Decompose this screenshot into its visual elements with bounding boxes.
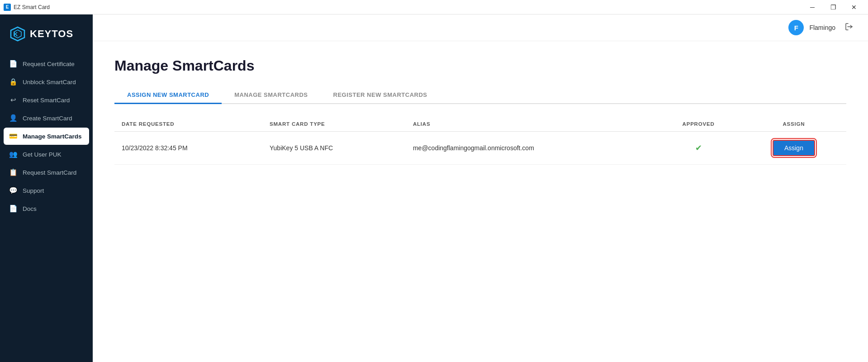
logout-button[interactable]: [841, 20, 857, 35]
minimize-button[interactable]: ─: [802, 0, 823, 14]
docs-icon: 📄: [9, 205, 17, 213]
tab-register-new[interactable]: REGISTER NEW SMARTCARDS: [321, 87, 440, 104]
tab-assign-new[interactable]: ASSIGN NEW SMARTCARD: [114, 87, 222, 104]
topbar: F Flamingo: [93, 14, 868, 41]
page-title: Manage SmartCards: [114, 57, 846, 74]
sidebar-item-label: Request SmartCard: [23, 169, 76, 176]
sidebar-item-label: Unblock SmartCard: [23, 79, 76, 86]
page-content: Manage SmartCards ASSIGN NEW SMARTCARD M…: [93, 41, 868, 362]
request-certificate-icon: 📄: [9, 60, 17, 68]
user-area: F Flamingo: [788, 20, 857, 35]
smartcards-table-container: DATE REQUESTED SMART CARD TYPE ALIAS APP…: [114, 117, 846, 165]
sidebar-item-label: Reset SmartCard: [23, 97, 70, 104]
sidebar-item-get-user-puk[interactable]: 👥 Get User PUK: [4, 146, 89, 163]
sidebar-item-label: Get User PUK: [23, 151, 62, 158]
unblock-smartcard-icon: 🔒: [9, 78, 17, 86]
keytos-logo-icon: K: [9, 25, 26, 43]
create-smartcard-icon: 👤: [9, 114, 17, 122]
sidebar-item-unblock-smartcard[interactable]: 🔒 Unblock SmartCard: [4, 73, 89, 90]
col-header-approved: APPROVED: [655, 117, 741, 132]
sidebar-item-request-certificate[interactable]: 📄 Request Certificate: [4, 55, 89, 72]
smartcards-table: DATE REQUESTED SMART CARD TYPE ALIAS APP…: [114, 117, 846, 165]
sidebar-item-support[interactable]: 💬 Support: [4, 182, 89, 199]
request-smartcard-icon: 📋: [9, 168, 17, 176]
cell-assign: Assign: [741, 132, 846, 165]
window-controls: ─ ❐ ✕: [802, 0, 864, 14]
table-row: 10/23/2022 8:32:45 PM YubiKey 5 USB A NF…: [114, 132, 846, 165]
sidebar-item-reset-smartcard[interactable]: ↩ Reset SmartCard: [4, 91, 89, 109]
sidebar-logo: K KEYTOS: [0, 14, 93, 55]
user-name: Flamingo: [809, 24, 835, 31]
sidebar-item-label: Create SmartCard: [23, 115, 72, 122]
col-header-smart-card-type: SMART CARD TYPE: [262, 117, 406, 132]
restore-button[interactable]: ❐: [823, 0, 844, 14]
cell-smart-card-type: YubiKey 5 USB A NFC: [262, 132, 406, 165]
col-header-alias: ALIAS: [406, 117, 655, 132]
sidebar: K KEYTOS 📄 Request Certificate 🔒 Unblock…: [0, 14, 93, 362]
titlebar: E EZ Smart Card ─ ❐ ✕: [0, 0, 868, 14]
approved-checkmark-icon: ✔: [695, 143, 702, 152]
titlebar-left: E EZ Smart Card: [4, 4, 50, 11]
support-icon: 💬: [9, 186, 17, 195]
table-body: 10/23/2022 8:32:45 PM YubiKey 5 USB A NF…: [114, 132, 846, 165]
tabs: ASSIGN NEW SMARTCARD MANAGE SMARTCARDS R…: [114, 87, 846, 104]
svg-text:K: K: [14, 31, 18, 38]
cell-alias: me@codingflamingogmail.onmicrosoft.com: [406, 132, 655, 165]
assign-button[interactable]: Assign: [773, 140, 815, 156]
sidebar-item-label: Request Certificate: [23, 61, 75, 67]
tab-manage[interactable]: MANAGE SMARTCARDS: [222, 87, 320, 104]
cell-date-requested: 10/23/2022 8:32:45 PM: [114, 132, 262, 165]
table-header: DATE REQUESTED SMART CARD TYPE ALIAS APP…: [114, 117, 846, 132]
close-button[interactable]: ✕: [844, 0, 864, 14]
cell-approved: ✔: [655, 132, 741, 165]
sidebar-logo-text: KEYTOS: [30, 28, 73, 40]
sidebar-item-request-smartcard[interactable]: 📋 Request SmartCard: [4, 164, 89, 181]
reset-smartcard-icon: ↩: [9, 96, 17, 104]
col-header-date-requested: DATE REQUESTED: [114, 117, 262, 132]
sidebar-item-docs[interactable]: 📄 Docs: [4, 200, 89, 217]
avatar: F: [788, 20, 804, 35]
app-icon: E: [4, 4, 11, 11]
manage-smartcards-icon: 💳: [9, 132, 17, 140]
sidebar-item-label: Docs: [23, 205, 37, 212]
sidebar-nav: 📄 Request Certificate 🔒 Unblock SmartCar…: [0, 55, 93, 362]
col-header-assign: ASSIGN: [741, 117, 846, 132]
sidebar-item-create-smartcard[interactable]: 👤 Create SmartCard: [4, 110, 89, 127]
sidebar-item-label: Manage SmartCards: [23, 133, 82, 140]
get-user-puk-icon: 👥: [9, 150, 17, 158]
sidebar-item-label: Support: [23, 187, 44, 194]
logout-icon: [844, 22, 854, 31]
app-title: EZ Smart Card: [14, 4, 50, 10]
main-content: F Flamingo Manage SmartCards ASSIGN NEW …: [93, 14, 868, 362]
sidebar-item-manage-smartcards[interactable]: 💳 Manage SmartCards: [4, 128, 89, 145]
